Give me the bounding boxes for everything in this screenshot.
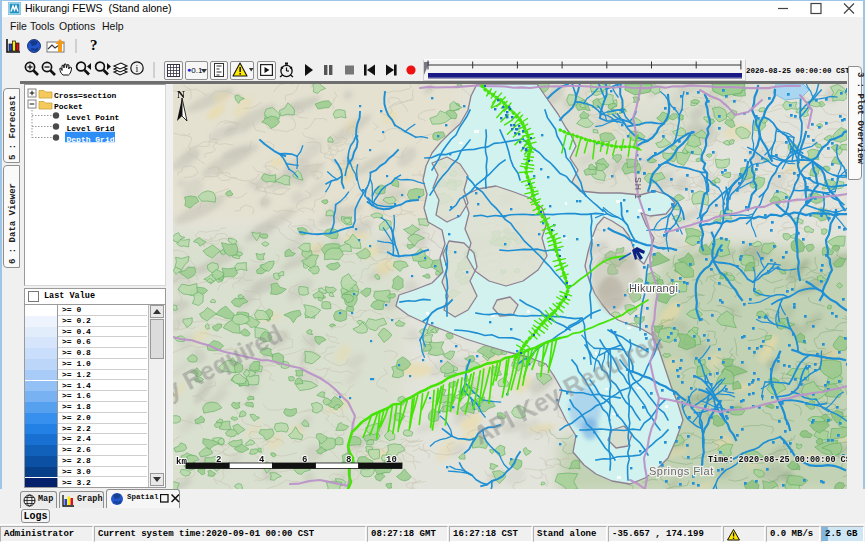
- svg-text:Hikurangi: Hikurangi: [629, 282, 678, 294]
- svg-text:N: N: [177, 88, 185, 100]
- svg-text:SH 1: SH 1: [633, 177, 643, 200]
- svg-text:Level Grid: Level Grid: [67, 124, 115, 133]
- svg-text:Level Point: Level Point: [67, 113, 120, 122]
- svg-text:Pocket: Pocket: [54, 102, 83, 111]
- svg-text:Cross=section: Cross=section: [54, 91, 117, 100]
- svg-text:Time: 2020-08-25 00:00:00 CST: Time: 2020-08-25 00:00:00 CST: [708, 455, 847, 465]
- svg-text:Springs Flat: Springs Flat: [649, 465, 714, 477]
- svg-text:Depth Grid: Depth Grid: [67, 135, 115, 144]
